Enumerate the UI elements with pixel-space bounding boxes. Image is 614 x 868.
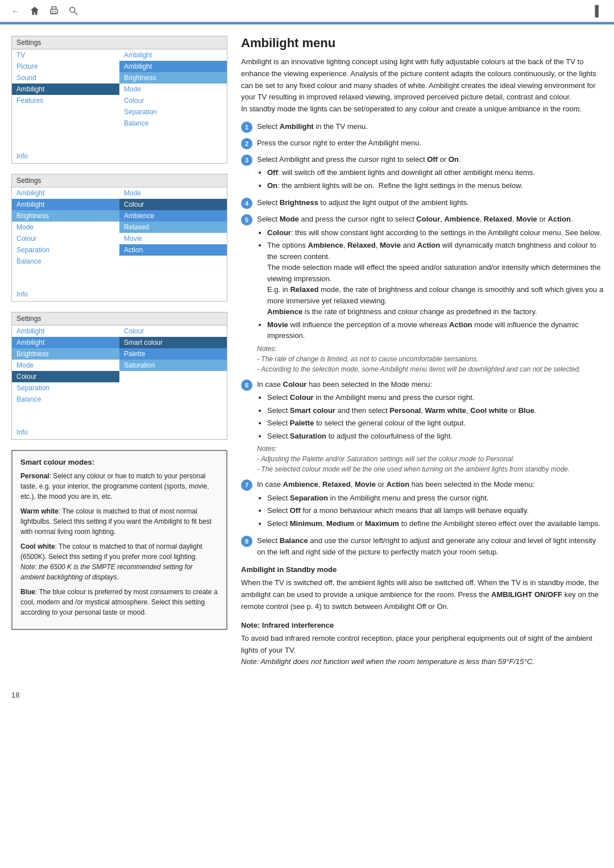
step-content: In case Colour has been selected in the … [257,379,605,475]
step-content: Select Ambilight and press the cursor ri… [257,154,605,193]
step-content: Select Mode and press the cursor right t… [257,214,605,374]
end-icon[interactable]: ▌ [592,5,605,17]
page-number: 18 [0,685,614,705]
home-icon[interactable] [28,5,41,17]
list-item: Cool white: The colour is matched to tha… [20,541,218,582]
panel1-table: TV Ambilight Picture Ambilight Sound Bri… [12,49,227,149]
cell-right [119,371,227,382]
info-link-1[interactable]: Info [12,149,227,163]
table-row: TV Ambilight [12,49,227,61]
standby-heading: Ambilight in Standby mode [241,565,605,574]
cell-right: Colour [119,95,227,106]
cell-right: Colour [119,199,227,210]
table-row [12,139,227,149]
smart-colour-section: Smart colour modes: Personal: Select any… [11,450,227,630]
cell-left: Brightness [12,348,119,360]
cell-right [119,394,227,405]
search-icon[interactable] [67,5,80,17]
table-row [12,267,227,277]
step-number: 6 [241,379,252,391]
cell-left: Ambilight [12,337,119,348]
step-1: 1 Select Ambilight in the TV menu. [241,121,605,133]
step-number: 7 [241,479,252,491]
table-row: Ambilight Mode [12,187,227,199]
cell-left: Features [12,95,119,106]
table-row: Brightness Palette [12,348,227,360]
table-row: Balance [12,118,227,129]
cell-left: Ambilight [12,199,119,210]
list-item: On: the ambient lights will be on. Refin… [267,180,605,191]
cell-right: Balance [119,118,227,129]
page-title: Ambilight menu [241,36,605,51]
back-icon[interactable]: ← [9,5,22,17]
cell-right [119,256,227,267]
smart-colour-title: Smart colour modes: [20,458,218,466]
table-row [12,277,227,287]
cell-left: Mode [12,222,119,233]
cell-right: Ambilight [119,61,227,72]
step-2: 2 Press the cursor right to enter the Am… [241,137,605,149]
step-number: 8 [241,536,252,547]
steps-list: 1 Select Ambilight in the TV menu. 2 Pre… [241,121,605,558]
panel2-table: Ambilight Mode Ambilight Colour Brightne… [12,187,227,287]
step-content: Press the cursor right to enter the Ambi… [257,137,605,149]
cell-right: Movie [119,233,227,244]
table-row: Ambilight Smart colour [12,337,227,348]
cell-right [119,382,227,394]
list-item: Select Separation in the Ambilight menu … [267,493,605,504]
infrared-text: To avoid bad infrared remote control rec… [241,633,605,668]
info-link-3[interactable]: Info [12,425,227,439]
cell-left: Ambilight [12,187,119,199]
table-row: Brightness Ambience [12,210,227,222]
cell-right: Separation [119,106,227,118]
step-content: Select Balance and use the cursor left/r… [257,535,605,557]
list-item: Movie will influence the perception of a… [267,319,605,341]
cell-left [12,118,119,129]
cell-right: Colour [119,326,227,337]
main-content: Settings TV Ambilight Picture Ambilight … [0,24,614,685]
cell-left: Mode [12,360,119,371]
table-row: Separation [12,382,227,394]
step-content: Select Brightness to adjust the light ou… [257,197,605,208]
cell-left: Separation [12,382,119,394]
settings-panel-3: Settings Ambilight Colour Ambilight Smar… [11,312,227,440]
step-number: 2 [241,138,252,149]
list-item: Select Smart colour and then select Pers… [267,405,605,416]
cell-right: Palette [119,348,227,360]
panel3-header: Settings [12,312,227,326]
list-item: Select Palette to select the general col… [267,418,605,429]
table-row [12,405,227,415]
step-3: 3 Select Ambilight and press the cursor … [241,154,605,193]
list-item: The options Ambience, Relaxed, Movie and… [267,240,605,318]
table-row: Ambilight Colour [12,326,227,337]
cell-left: Ambilight [12,84,119,95]
table-row: Separation [12,106,227,118]
cell-left: Ambilight [12,326,119,337]
panel3-table: Ambilight Colour Ambilight Smart colour … [12,326,227,425]
table-row: Colour [12,371,227,382]
standby-text: When the TV is switched off, the ambient… [241,577,605,612]
step-number: 5 [241,214,252,226]
info-link-2[interactable]: Info [12,287,227,301]
step-7: 7 In case Ambience, Relaxed, Movie or Ac… [241,479,605,531]
panel1-header: Settings [12,36,227,49]
list-item: Blue: The blue colour is preferred by mo… [20,587,218,617]
step-4: 4 Select Brightness to adjust the light … [241,197,605,209]
step-5: 5 Select Mode and press the cursor right… [241,214,605,374]
print-icon[interactable] [48,5,60,17]
toolbar-left: ← [9,5,80,17]
settings-panel-2: Settings Ambilight Mode Ambilight Colour… [11,174,227,302]
cell-right: Relaxed [119,222,227,233]
list-item: Select Minimum, Medium or Maximum to def… [267,518,605,529]
cell-left: Sound [12,72,119,84]
list-item: Select Off for a mono behaviour which me… [267,505,605,516]
cell-left [12,106,119,118]
list-item: Colour: this will show constant light ac… [267,227,605,239]
notes-text: Notes: - The rate of change is limited, … [257,344,605,374]
cell-left: Colour [12,233,119,244]
table-row: Ambilight Mode [12,84,227,95]
list-item: Off: will switch off the ambient lights … [267,167,605,178]
step-number: 4 [241,198,252,209]
table-row [12,415,227,425]
left-column: Settings TV Ambilight Picture Ambilight … [11,36,227,674]
